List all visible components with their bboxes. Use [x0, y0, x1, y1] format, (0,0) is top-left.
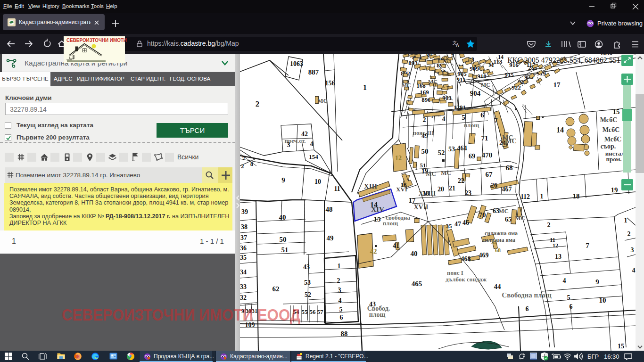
svg-text:52: 52: [305, 291, 311, 298]
svg-text:21: 21: [449, 185, 455, 192]
svg-text:14: 14: [498, 54, 504, 60]
svg-text:2: 2: [423, 116, 426, 123]
svg-text:10: 10: [314, 178, 321, 185]
svg-text:3: 3: [631, 247, 634, 254]
svg-text:904: 904: [470, 90, 481, 97]
svg-text:70: 70: [479, 211, 486, 219]
svg-text:47: 47: [454, 221, 461, 228]
svg-text:33: 33: [240, 283, 247, 290]
svg-text:4: 4: [632, 267, 636, 274]
svg-text:съор.: съор.: [601, 143, 616, 150]
svg-text:6: 6: [526, 305, 529, 313]
svg-text:37: 37: [240, 234, 247, 241]
svg-text:МС: МС: [498, 207, 509, 214]
svg-text:2: 2: [627, 230, 631, 238]
svg-text:МС: МС: [441, 169, 451, 176]
svg-text:40: 40: [279, 214, 286, 221]
svg-text:17: 17: [553, 81, 561, 89]
svg-text:силажна яма: силажна яма: [485, 230, 518, 237]
svg-text:8: 8: [250, 160, 254, 167]
svg-text:площ: площ: [383, 220, 398, 227]
svg-text:19: 19: [611, 186, 618, 194]
svg-text:1: 1: [363, 83, 367, 91]
svg-text:15: 15: [618, 343, 624, 350]
svg-text:МсбС: МсбС: [600, 116, 618, 123]
svg-text:49: 49: [421, 132, 428, 140]
svg-text:911: 911: [457, 76, 466, 83]
svg-text:40: 40: [411, 250, 418, 257]
svg-text:6: 6: [480, 111, 484, 119]
svg-text:4: 4: [563, 277, 566, 284]
svg-text:42: 42: [301, 131, 308, 138]
svg-text:4: 4: [442, 115, 446, 123]
svg-text:дълбок сондаж: дълбок сондаж: [446, 276, 487, 283]
svg-text:11: 11: [334, 185, 340, 192]
svg-text:470: 470: [482, 151, 493, 159]
svg-text:4: 4: [310, 140, 314, 148]
svg-text:50: 50: [280, 236, 287, 243]
svg-text:154: 154: [309, 153, 318, 160]
svg-text:5: 5: [567, 294, 570, 301]
svg-text:2: 2: [241, 163, 244, 170]
svg-text:51: 51: [281, 246, 289, 254]
svg-text:34: 34: [240, 269, 247, 276]
svg-text:МС: МС: [426, 170, 436, 177]
svg-text:71: 71: [481, 134, 488, 142]
svg-text:14: 14: [556, 126, 564, 134]
svg-text:1291: 1291: [454, 104, 466, 111]
svg-text:20: 20: [438, 186, 444, 193]
svg-text:15: 15: [613, 108, 620, 115]
svg-text:32: 32: [240, 294, 247, 301]
svg-text:68: 68: [506, 164, 513, 172]
svg-text:2: 2: [547, 222, 551, 229]
svg-text:36: 36: [240, 245, 247, 252]
svg-text:18: 18: [422, 190, 429, 197]
svg-text:467: 467: [502, 186, 512, 193]
svg-text:48: 48: [326, 206, 333, 213]
svg-text:53: 53: [448, 146, 455, 153]
svg-text:41: 41: [393, 242, 399, 249]
svg-text:35: 35: [240, 254, 247, 261]
svg-text:2: 2: [256, 99, 260, 108]
svg-text:26: 26: [491, 182, 497, 189]
svg-text:42: 42: [370, 247, 377, 255]
svg-text:9: 9: [595, 278, 599, 286]
svg-text:46: 46: [462, 219, 469, 226]
svg-text:10: 10: [599, 296, 606, 304]
svg-text:3: 3: [287, 141, 290, 148]
svg-text:156: 156: [325, 80, 335, 87]
svg-text:23: 23: [465, 189, 471, 197]
svg-text:7: 7: [242, 155, 246, 162]
svg-text:2: 2: [337, 277, 340, 284]
svg-text:9: 9: [281, 176, 285, 184]
svg-text:17: 17: [409, 197, 416, 204]
svg-text:32: 32: [491, 239, 497, 246]
svg-text:68: 68: [495, 247, 501, 254]
svg-text:1063: 1063: [290, 60, 303, 67]
svg-text:1: 1: [540, 193, 544, 200]
svg-text:13: 13: [555, 253, 561, 260]
svg-text:4: 4: [339, 297, 342, 304]
svg-text:38: 38: [241, 223, 248, 230]
svg-text:1: 1: [338, 263, 341, 270]
svg-text:МС: МС: [515, 214, 525, 222]
svg-text:МсбС: МсбС: [604, 136, 622, 143]
svg-text:43: 43: [303, 263, 310, 271]
svg-text:39: 39: [241, 208, 248, 215]
svg-text:49: 49: [327, 234, 334, 242]
svg-text:12: 12: [553, 242, 558, 249]
svg-text:465: 465: [412, 280, 422, 288]
svg-text:МсбС: МсбС: [603, 126, 620, 133]
svg-text:52: 52: [438, 149, 445, 156]
svg-text:ХVII: ХVII: [413, 204, 428, 211]
svg-text:44: 44: [494, 283, 502, 290]
svg-text:XIV: XIV: [371, 206, 384, 213]
svg-text:69: 69: [469, 153, 475, 160]
svg-text:910: 910: [477, 73, 487, 80]
svg-text:22: 22: [458, 177, 464, 184]
svg-text:пояс I: пояс I: [447, 269, 463, 276]
svg-text:A: A: [456, 43, 459, 48]
svg-text:пром.: пром.: [606, 156, 621, 163]
svg-text:5: 5: [462, 114, 465, 121]
svg-text:62: 62: [272, 285, 280, 293]
